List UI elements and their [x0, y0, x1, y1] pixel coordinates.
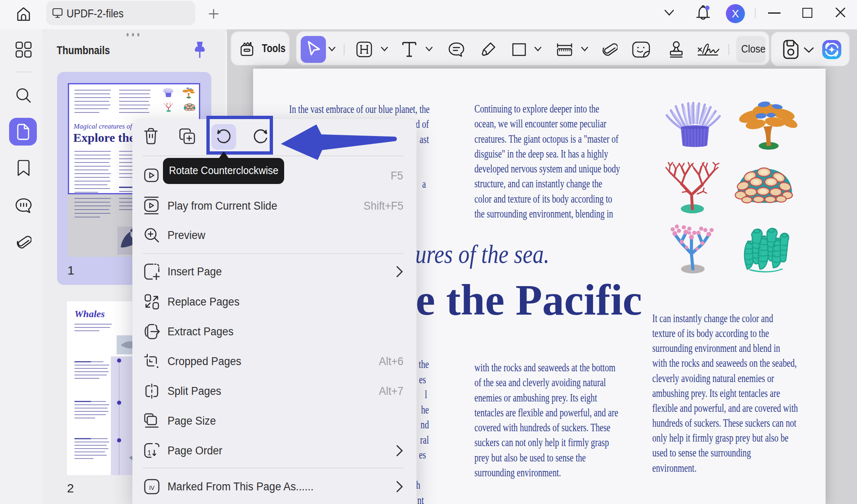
- svg-text:IV: IV: [149, 485, 155, 491]
- svg-text:Whales: Whales: [74, 308, 105, 319]
- svg-text:1: 1: [148, 449, 151, 456]
